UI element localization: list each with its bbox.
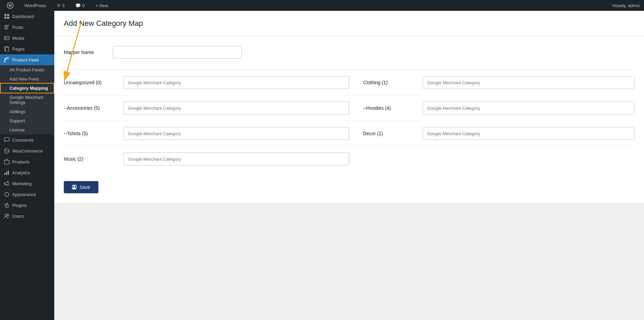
category-input-tshirts[interactable] (124, 127, 349, 140)
category-input-clothing[interactable] (423, 76, 634, 89)
save-icon (72, 185, 77, 190)
comments-item[interactable]: 💬 0 (73, 0, 87, 11)
plugins-icon (4, 202, 10, 208)
posts-label: Posts (12, 25, 23, 30)
svg-rect-13 (5, 47, 9, 52)
category-row-3-left: Music (2) (64, 146, 349, 172)
updates-icon: ⟳ (57, 3, 61, 8)
category-row-2-left: --Tshirts (5) (64, 121, 349, 146)
svg-rect-28 (73, 185, 75, 186)
save-button[interactable]: Save (64, 181, 98, 193)
category-input-accessories[interactable] (124, 102, 349, 114)
category-row-3-right (349, 146, 634, 172)
updates-item[interactable]: ⟳ 3 (54, 0, 67, 11)
category-row-1-left: --Accessories (5) (64, 95, 349, 121)
users-icon (4, 213, 10, 219)
save-label: Save (79, 184, 90, 190)
sidebar-item-users[interactable]: Users (0, 211, 54, 221)
analytics-icon (4, 170, 10, 175)
sidebar-subitem-all-feeds[interactable]: All Product Feeds (0, 65, 54, 74)
mapper-name-row: Mapper Name (64, 46, 634, 59)
category-label-hoodies: --Hoodies (4) (363, 105, 417, 111)
app-body: Dashboard Posts Media Pages Product Feed… (0, 11, 644, 320)
sidebar-item-dashboard[interactable]: Dashboard (0, 11, 54, 22)
dashboard-label: Dashboard (12, 14, 34, 19)
form-container: Mapper Name Uncategorized (0) Clothing (… (54, 36, 644, 203)
woocommerce-label: WooCommerce (12, 148, 43, 154)
category-label-tshirts: --Tshirts (5) (64, 131, 118, 136)
sidebar-item-products[interactable]: Products (0, 156, 54, 167)
posts-icon (4, 24, 10, 30)
category-input-hoodies[interactable] (423, 102, 634, 114)
sidebar-item-media[interactable]: Media (0, 33, 54, 43)
main-content: Add New Category Map Mapper Name Uncateg… (54, 11, 644, 320)
svg-point-14 (4, 61, 6, 63)
category-row-0-left: Uncategorized (0) (64, 70, 349, 95)
updates-count: 3 (62, 3, 64, 8)
sidebar-item-woocommerce[interactable]: WooCommerce (0, 145, 54, 156)
plus-icon: + (96, 3, 98, 8)
sidebar-item-appearance[interactable]: Appearance (0, 189, 54, 200)
category-input-music[interactable] (124, 153, 349, 165)
sidebar-subitem-settings[interactable]: Settings (0, 107, 54, 116)
sidebar-item-comments[interactable]: Comments (0, 135, 54, 145)
sidebar-item-analytics[interactable]: Analytics (0, 167, 54, 178)
mapper-name-input[interactable] (113, 46, 242, 59)
appearance-icon (4, 192, 10, 197)
sidebar-subitem-google-merchant[interactable]: Google Merchant Settings (0, 93, 54, 107)
pages-label: Pages (12, 47, 25, 52)
svg-rect-4 (4, 17, 6, 19)
sidebar-subitem-add-new[interactable]: Add New Feed (0, 74, 54, 84)
wp-logo-icon: W (7, 2, 14, 9)
sidebar-subitem-support[interactable]: Support (0, 116, 54, 125)
category-input-uncategorized[interactable] (124, 76, 349, 89)
site-name: WordPress (24, 3, 46, 8)
sidebar-item-marketing[interactable]: Marketing (0, 178, 54, 189)
woo-icon (4, 148, 10, 154)
dashboard-icon (4, 14, 10, 19)
wp-logo-item[interactable]: W (4, 0, 16, 11)
marketing-label: Marketing (12, 181, 32, 186)
comments-count: 0 (82, 3, 84, 8)
category-input-decor[interactable] (423, 127, 634, 140)
category-row-0-right: Clothing (1) (349, 70, 634, 95)
sidebar-item-product-feed[interactable]: Product Feed (0, 54, 54, 65)
sidebar-subitem-license[interactable]: License (0, 125, 54, 135)
category-label-music: Music (2) (64, 156, 118, 162)
sidebar-subitem-category-mapping[interactable]: Category Mapping (0, 84, 54, 93)
plugins-label: Plugins (12, 203, 27, 208)
svg-rect-9 (4, 29, 7, 30)
sidebar-item-pages[interactable]: Pages (0, 43, 54, 54)
media-label: Media (12, 36, 24, 41)
svg-rect-5 (7, 17, 9, 19)
analytics-label: Analytics (12, 170, 30, 175)
sidebar-item-posts[interactable]: Posts (0, 22, 54, 33)
svg-rect-6 (4, 25, 9, 26)
category-label-clothing: Clothing (1) (363, 80, 417, 85)
new-item[interactable]: + New (93, 0, 111, 11)
svg-rect-29 (73, 187, 76, 189)
comments-icon (4, 137, 10, 143)
svg-rect-7 (4, 26, 8, 27)
marketing-icon (4, 181, 10, 186)
pages-icon (4, 46, 10, 52)
greeting: Howdy, admin (612, 3, 640, 8)
page-title: Add New Category Map (64, 19, 634, 28)
svg-point-23 (5, 214, 7, 216)
site-name-item[interactable]: WordPress (22, 0, 49, 11)
svg-rect-8 (4, 28, 8, 29)
svg-rect-15 (4, 138, 9, 141)
comments-label: Comments (12, 138, 34, 143)
sidebar-item-plugins[interactable]: Plugins (0, 200, 54, 211)
media-icon (4, 35, 10, 41)
save-section: Save (64, 181, 634, 193)
category-label-decor: Decor (1) (363, 131, 417, 136)
sidebar: Dashboard Posts Media Pages Product Feed… (0, 11, 54, 320)
product-feed-submenu: All Product Feeds Add New Feed Category … (0, 65, 54, 135)
product-feed-label: Product Feed (12, 57, 39, 63)
category-label-accessories: --Accessories (5) (64, 105, 118, 111)
comments-icon: 💬 (75, 3, 81, 8)
page-header: Add New Category Map (54, 11, 644, 36)
svg-rect-19 (6, 172, 7, 175)
category-grid: Uncategorized (0) Clothing (1) --Accesso… (64, 70, 634, 172)
